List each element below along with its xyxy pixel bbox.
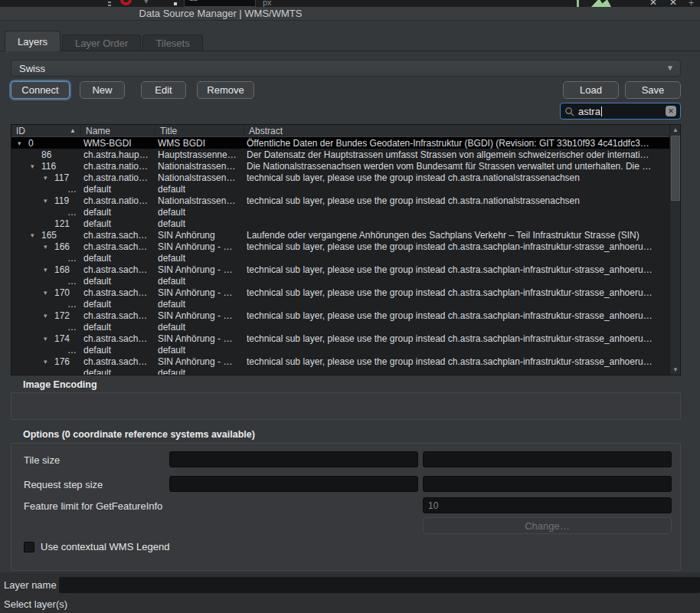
table-row[interactable]: …defaultdefault	[11, 298, 670, 310]
row-name: ch.astra.haup…	[80, 149, 155, 160]
expander-icon[interactable]: ▾	[31, 231, 41, 239]
expander-icon[interactable]: ▾	[31, 162, 41, 170]
row-name: default	[80, 184, 155, 195]
contextual-legend-row: Use contextual WMS Legend	[24, 541, 169, 552]
plus-icon: +	[689, 0, 694, 7]
table-row[interactable]: ▾117ch.astra.natio…Nationalstrassen…tech…	[11, 172, 670, 183]
row-id: 166	[54, 241, 70, 252]
expander-icon[interactable]: ▾	[44, 197, 54, 205]
load-button[interactable]: Load	[563, 81, 619, 99]
text-caret	[601, 107, 602, 116]
row-id: …	[67, 322, 77, 333]
table-row[interactable]: 121defaultdefault	[11, 218, 670, 229]
row-abstract: technical sub layer, please use the grou…	[244, 310, 670, 321]
table-row[interactable]: ▾0WMS-BGDIWMS BGDIÖffentliche Daten der …	[11, 137, 670, 149]
change-crs-button[interactable]: Change…	[423, 517, 672, 534]
font-size-value: 12	[189, 0, 198, 2]
row-abstract: technical sub layer, please use the grou…	[244, 264, 670, 275]
row-name: ch.astra.natio…	[80, 195, 155, 206]
table-row[interactable]: …defaultdefault	[11, 367, 670, 375]
table-row[interactable]: ▾170ch.astra.sach…SIN Anhörung - …techni…	[11, 287, 670, 298]
layer-name-input[interactable]	[59, 577, 700, 593]
expander-icon[interactable]: ▾	[44, 358, 54, 366]
table-row[interactable]: ▾116ch.astra.natio…Nationalstrassen…Die …	[11, 160, 670, 172]
save-button[interactable]: Save	[625, 81, 681, 99]
table-row[interactable]: …defaultdefault	[11, 344, 670, 356]
unit-label: px	[263, 0, 272, 7]
chevron-down-icon: ▼	[666, 64, 674, 72]
header-title[interactable]: Title	[155, 125, 244, 136]
search-input[interactable]: astra ✕	[560, 103, 681, 120]
connect-button[interactable]: Connect	[11, 81, 70, 99]
table-row[interactable]: ▾168ch.astra.sach…SIN Anhörung - …techni…	[11, 264, 670, 275]
tab-layers[interactable]: Layers	[5, 31, 61, 51]
new-button[interactable]: New	[80, 81, 125, 99]
row-abstract: Die Nationalstrassenachsen werden vom Bu…	[244, 161, 670, 172]
expander-icon[interactable]: ▾	[18, 139, 28, 147]
table-row[interactable]: …defaultdefault	[11, 321, 670, 333]
row-title: SIN Anhörung - …	[155, 310, 244, 321]
data-source-manager-window: ▾ 12 ▾ px ✕ ✕ + Data Source Manager | WM…	[0, 0, 700, 613]
tab-tilesets[interactable]: Tilesets	[142, 34, 202, 51]
row-id: 174	[54, 333, 70, 344]
row-title: SIN Anhörung - …	[155, 241, 244, 252]
row-abstract: Öffentliche Daten der Bundes Geodaten-In…	[244, 138, 670, 149]
table-row[interactable]: ▾174ch.astra.sach…SIN Anhörung - …techni…	[11, 333, 670, 344]
layers-table: ID ▲ Name Title Abstract ▾0WMS-BGDIWMS B…	[11, 124, 681, 375]
table-row[interactable]: …defaultdefault	[11, 275, 670, 287]
table-row[interactable]: ▾166ch.astra.sach…SIN Anhörung - …techni…	[11, 241, 670, 252]
header-id[interactable]: ID ▲	[11, 125, 80, 136]
search-icon	[564, 107, 574, 116]
table-row[interactable]: 86ch.astra.haup…Hauptstrassenne…Der Date…	[11, 149, 670, 160]
row-abstract: technical sub layer, please use the grou…	[244, 241, 670, 252]
scroll-down-icon[interactable]: ▼	[670, 365, 681, 375]
table-row[interactable]: …defaultdefault	[11, 183, 670, 195]
expander-icon[interactable]: ▾	[44, 312, 54, 320]
table-row[interactable]: …defaultdefault	[11, 206, 670, 218]
header-abstract[interactable]: Abstract	[244, 125, 680, 136]
expander-icon[interactable]: ▾	[44, 335, 54, 343]
table-header: ID ▲ Name Title Abstract	[11, 125, 680, 137]
row-title: SIN Anhörung - …	[155, 264, 244, 275]
row-title: default	[155, 218, 244, 229]
row-name: WMS-BGDI	[80, 138, 155, 149]
row-id: 121	[54, 218, 70, 229]
contextual-legend-checkbox[interactable]	[24, 542, 34, 552]
row-name: ch.astra.sach…	[80, 230, 155, 241]
request-step-width-input[interactable]	[169, 476, 418, 492]
scroll-up-icon[interactable]: ▲	[670, 125, 681, 135]
table-row[interactable]: ▾172ch.astra.sach…SIN Anhörung - …techni…	[11, 310, 670, 321]
header-name[interactable]: Name	[80, 125, 155, 136]
select-layers-status: Select layer(s)	[4, 598, 67, 610]
green-tool-icon	[577, 0, 579, 7]
expander-icon[interactable]: ▾	[44, 243, 54, 251]
table-row[interactable]: …defaultdefault	[11, 252, 670, 264]
expander-icon[interactable]: ▾	[44, 289, 54, 297]
row-title: default	[155, 276, 244, 287]
scrollbar-thumb[interactable]	[671, 136, 680, 201]
tile-width-input[interactable]	[169, 451, 418, 467]
expander-icon[interactable]: ▾	[44, 266, 54, 274]
row-abstract: Laufende oder vergangene Anhörungen des …	[244, 230, 670, 241]
row-title: default	[155, 368, 244, 376]
row-abstract: technical sub layer, please use the grou…	[244, 333, 670, 344]
table-row[interactable]: ▾165ch.astra.sach…SIN AnhörungLaufende o…	[11, 229, 670, 241]
remove-button[interactable]: Remove	[197, 81, 254, 99]
connection-select[interactable]: Swiss ▼	[11, 60, 681, 77]
font-size-combo[interactable]: 12 ▾	[184, 0, 256, 7]
row-id: 117	[54, 172, 69, 183]
row-abstract: technical sub layer, please use the grou…	[244, 195, 670, 206]
request-step-height-input[interactable]	[423, 476, 672, 492]
table-row[interactable]: ▾119ch.astra.natio…Nationalstrassen…tech…	[11, 195, 670, 206]
vertical-scrollbar[interactable]: ▲ ▼	[669, 125, 680, 375]
edit-button[interactable]: Edit	[141, 81, 186, 99]
feature-limit-input[interactable]	[423, 497, 672, 513]
options-label: Options (0 coordinate reference systems …	[23, 429, 255, 440]
tab-layer-order[interactable]: Layer Order	[62, 34, 141, 51]
clear-search-icon[interactable]: ✕	[666, 106, 676, 116]
expander-icon[interactable]: ▾	[44, 174, 54, 182]
record-red-icon	[120, 0, 132, 5]
table-row[interactable]: ▾176ch.astra.sach…SIN Anhörung - …techni…	[11, 356, 670, 367]
tile-height-input[interactable]	[423, 451, 672, 467]
tab-bar: Layers Layer Order Tilesets	[5, 31, 203, 51]
